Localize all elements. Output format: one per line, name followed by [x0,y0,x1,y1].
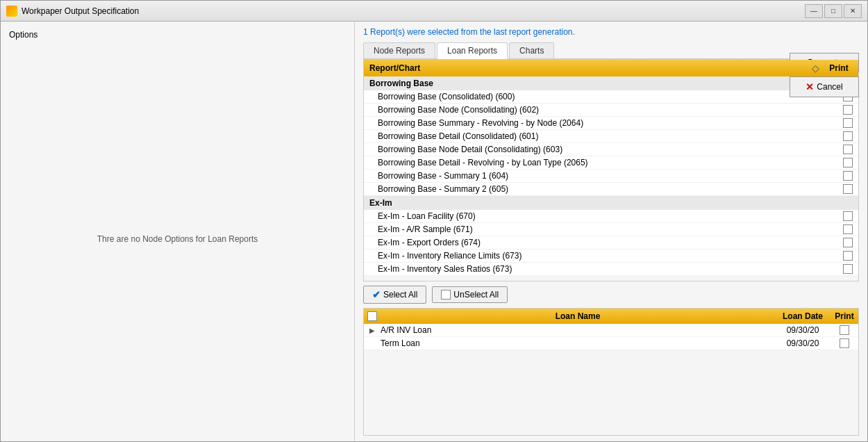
close-button[interactable]: ✕ [844,4,862,18]
table-row[interactable]: Ex-Im - Inventory Sales Ratios (673) [364,263,858,276]
info-text: 1 Report(s) were selected from the last … [363,27,859,37]
report-checkbox-1[interactable] [843,105,853,115]
tab-loan-reports[interactable]: Loan Reports [437,42,508,59]
section-ex-im: Ex-Im [364,196,858,210]
loans-table: Loan Name Loan Date Print ▶ A/R INV Loan… [363,308,859,436]
tabs-container: Node Reports Loan Reports Charts [363,42,859,59]
reports-header-label: Report/Chart [369,63,812,73]
table-row[interactable]: Borrowing Base Summary - Revolving - by … [364,117,858,130]
report-checkbox-9[interactable] [843,224,853,234]
loan-row-print-0 [831,325,858,335]
table-row[interactable]: Ex-Im - Loan Facility (670) [364,210,858,223]
reports-table-scroll[interactable]: Report/Chart ◇ Print Borrowing Base Borr… [364,60,858,281]
tab-node-reports[interactable]: Node Reports [363,42,435,58]
report-checkbox-10[interactable] [843,238,853,247]
loans-header-arrow-cell [364,311,381,321]
loan-print-checkbox-0[interactable] [840,325,849,335]
window: Workpaper Output Specification — □ ✕ Opt… [0,0,868,442]
list-item[interactable]: ▶ A/R INV Loan 09/30/20 [364,324,858,337]
maximize-button[interactable]: □ [824,4,842,18]
no-options-message: Thre are no Node Options for Loan Report… [9,45,346,433]
loans-header-checkbox[interactable] [367,311,377,321]
table-row[interactable]: Ex-Im - Export Orders (674) [364,236,858,249]
table-row[interactable]: Borrowing Base Detail (Consolidated) (60… [364,130,858,143]
select-all-button[interactable]: ✔ Select All [363,286,426,304]
report-checkbox-11[interactable] [843,251,853,261]
table-row[interactable]: Borrowing Base Detail - Revolving - by L… [364,156,858,170]
tab-charts[interactable]: Charts [509,42,554,58]
reports-table: Report/Chart ◇ Print Borrowing Base Borr… [363,59,859,281]
report-checkbox-3[interactable] [843,131,853,141]
report-checkbox-8[interactable] [843,211,853,221]
window-title: Workpaper Output Specification [22,6,805,16]
left-panel: Options Thre are no Node Options for Loa… [1,22,355,441]
title-bar: Workpaper Output Specification — □ ✕ [1,1,867,22]
loans-header-print: Print [831,311,858,321]
app-icon [6,6,17,17]
window-controls: — □ ✕ [805,4,862,18]
loans-header-name: Loan Name [381,311,775,321]
table-row[interactable]: Ex-Im - A/R Sample (671) [364,223,858,236]
loan-row-print-1 [831,338,858,348]
table-row[interactable]: Ex-Im - Inventory Reliance Limits (673) [364,249,858,263]
report-checkbox-6[interactable] [843,171,853,181]
sort-icon: ◇ [812,63,819,74]
loan-print-checkbox-1[interactable] [840,338,849,348]
report-checkbox-12[interactable] [843,264,853,274]
reports-header-print: Print [825,63,853,73]
table-row[interactable]: Borrowing Base Node Detail (Consolidatin… [364,143,858,156]
options-label: Options [9,30,346,40]
check-icon: ✔ [372,289,381,300]
loan-row-date-0: 09/30/20 [775,325,831,335]
list-item[interactable]: Term Loan 09/30/20 [364,337,858,350]
cancel-x-icon: ✕ [806,81,814,92]
report-checkbox-4[interactable] [843,145,853,154]
table-row[interactable]: Borrowing Base - Summary 2 (605) [364,183,858,196]
empty-checkbox-icon [441,290,451,300]
table-row[interactable]: Borrowing Base (Consolidated) (600) [364,90,858,104]
loan-row-date-1: 09/30/20 [775,338,831,348]
main-layout: Options Thre are no Node Options for Loa… [1,22,867,441]
cancel-button[interactable]: ✕ Cancel [790,76,859,97]
unselect-all-button[interactable]: UnSelect All [432,286,508,303]
section-borrowing-base: Borrowing Base [364,76,858,90]
loans-header-date: Loan Date [775,311,831,321]
report-checkbox-7[interactable] [843,184,853,194]
loan-row-name-1: Term Loan [381,338,775,348]
table-row[interactable]: Borrowing Base Node (Consolidating) (602… [364,104,858,117]
minimize-button[interactable]: — [805,4,823,18]
select-buttons: ✔ Select All UnSelect All [363,286,859,304]
report-checkbox-5[interactable] [843,158,853,167]
loans-table-header: Loan Name Loan Date Print [364,309,858,324]
loan-row-arrow-0: ▶ [364,327,381,334]
table-row[interactable]: Borrowing Base - Summary 1 (604) [364,170,858,183]
loan-row-name-0: A/R INV Loan [381,325,775,335]
reports-table-header: Report/Chart ◇ Print [364,60,858,76]
report-checkbox-2[interactable] [843,118,853,128]
